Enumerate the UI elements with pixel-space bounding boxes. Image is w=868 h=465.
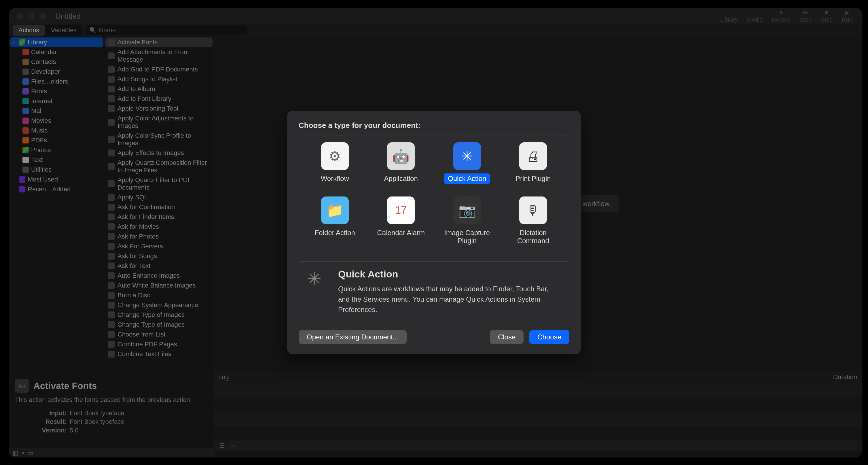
type-label: Dictation Command: [505, 228, 561, 246]
type-label: Quick Action: [444, 173, 490, 184]
type-option-image-capture-plugin[interactable]: 📷Image Capture Plugin: [437, 194, 497, 248]
type-option-dictation-command[interactable]: 🎙Dictation Command: [503, 194, 564, 248]
type-desc-title: Quick Action: [338, 268, 561, 280]
choose-button[interactable]: Choose: [529, 330, 569, 344]
type-icon: 🖨: [519, 142, 547, 170]
type-option-folder-action[interactable]: 📁Folder Action: [305, 194, 365, 248]
type-icon: 🎙: [519, 197, 547, 224]
type-option-calendar-alarm[interactable]: 17Calendar Alarm: [371, 194, 431, 248]
type-grid: ⚙Workflow🤖Application✳Quick Action🖨Print…: [299, 135, 569, 253]
document-type-modal: Choose a type for your document: ⚙Workfl…: [287, 111, 581, 354]
type-label: Folder Action: [311, 228, 359, 238]
gear-icon: ✳︎: [307, 268, 330, 292]
type-option-print-plugin[interactable]: 🖨Print Plugin: [503, 140, 564, 186]
type-icon: ✳: [453, 142, 481, 170]
type-icon: 🤖: [387, 142, 415, 170]
type-option-application[interactable]: 🤖Application: [371, 140, 431, 186]
type-icon: 📷: [453, 197, 481, 224]
modal-heading: Choose a type for your document:: [299, 121, 569, 130]
type-description: ✳︎ Quick Action Quick Actions are workfl…: [299, 261, 569, 322]
type-label: Workflow: [317, 173, 353, 184]
modal-button-row: Open an Existing Document... Close Choos…: [299, 330, 569, 344]
modal-overlay: Choose a type for your document: ⚙Workfl…: [0, 0, 868, 465]
type-label: Application: [380, 173, 422, 184]
type-icon: 📁: [321, 197, 349, 224]
type-desc-text: Quick Actions are workflows that may be …: [338, 284, 561, 315]
type-icon: ⚙: [321, 142, 349, 170]
close-button[interactable]: Close: [490, 330, 524, 344]
type-label: Calendar Alarm: [373, 228, 429, 238]
type-option-workflow[interactable]: ⚙Workflow: [305, 140, 365, 186]
type-icon: 17: [387, 197, 415, 224]
type-label: Print Plugin: [512, 173, 555, 184]
open-existing-button[interactable]: Open an Existing Document...: [299, 330, 407, 344]
type-option-quick-action[interactable]: ✳Quick Action: [437, 140, 497, 186]
type-label: Image Capture Plugin: [439, 228, 495, 246]
